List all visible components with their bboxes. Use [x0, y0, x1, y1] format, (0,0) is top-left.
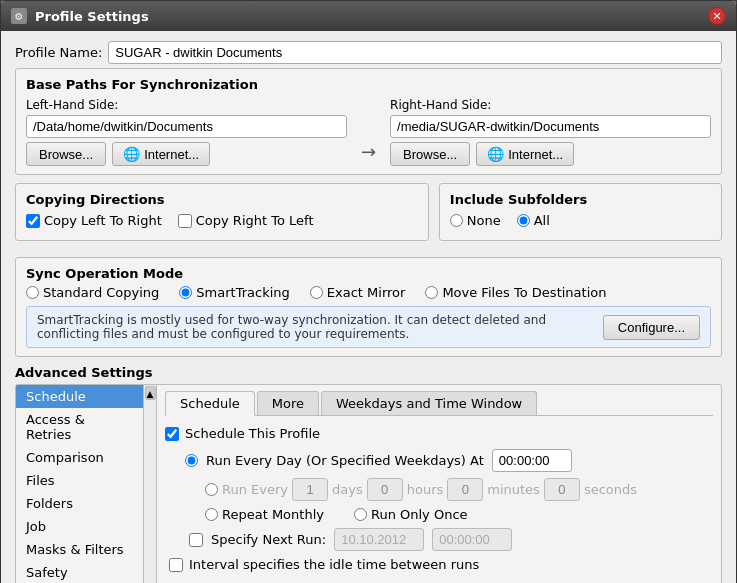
copy-dir-title: Copying Directions — [26, 192, 418, 207]
tab-more[interactable]: More — [257, 391, 319, 415]
specify-next-run-label: Specify Next Run: — [211, 532, 326, 547]
schedule-tab-content: Schedule This Profile Run Every Day (Or … — [165, 422, 713, 576]
main-content: Profile Name: Base Paths For Synchroniza… — [1, 31, 736, 583]
sidebar-panel: Schedule Access & Retries Comparison Fil… — [16, 385, 144, 583]
specify-next-run-row: Specify Next Run: — [169, 528, 713, 551]
run-every-day-time-input[interactable] — [492, 449, 572, 472]
include-none-radio[interactable] — [450, 214, 463, 227]
run-every-minutes-input[interactable] — [447, 478, 483, 501]
mode-smart-radio[interactable] — [179, 286, 192, 299]
copy-directions-row: Copy Left To Right Copy Right To Left — [26, 213, 418, 228]
configure-button[interactable]: Configure... — [603, 315, 700, 340]
close-button[interactable]: ✕ — [708, 7, 726, 25]
base-paths-section: Base Paths For Synchronization Left-Hand… — [15, 68, 722, 175]
run-once-radio[interactable] — [354, 508, 367, 521]
sync-info-box: SmartTracking is mostly used for two-way… — [26, 306, 711, 348]
include-all-radio[interactable] — [517, 214, 530, 227]
profile-name-row: Profile Name: — [15, 41, 722, 64]
repeat-monthly-radio[interactable] — [205, 508, 218, 521]
base-paths-title: Base Paths For Synchronization — [26, 77, 711, 92]
sidebar-item-safety[interactable]: Safety — [16, 561, 143, 583]
run-every-seconds-input[interactable] — [544, 478, 580, 501]
direction-arrow: → — [361, 141, 376, 162]
tab-weekdays[interactable]: Weekdays and Time Window — [321, 391, 537, 415]
mode-smart-label: SmartTracking — [179, 285, 289, 300]
copying-directions-section: Copying Directions Copy Left To Right Co… — [15, 183, 429, 241]
run-every-label: Run Every — [222, 482, 288, 497]
sync-mode-title: Sync Operation Mode — [26, 266, 711, 281]
run-every-radio[interactable] — [205, 483, 218, 496]
interval-row: Interval specifies the idle time between… — [169, 557, 713, 572]
mode-mirror-label: Exact Mirror — [310, 285, 406, 300]
run-every-hours-input[interactable] — [367, 478, 403, 501]
globe-icon-rhs: 🌐 — [487, 146, 504, 162]
sidebar-scrollbar[interactable]: ▲ ▼ — [144, 385, 157, 583]
next-run-time-input[interactable] — [432, 528, 512, 551]
paths-columns: Left-Hand Side: Browse... 🌐 Internet... … — [26, 98, 711, 166]
sidebar-item-access-retries[interactable]: Access & Retries — [16, 408, 143, 446]
schedule-content-panel: Schedule More Weekdays and Time Window S… — [157, 385, 721, 583]
minutes-label: minutes — [487, 482, 540, 497]
tab-bar: Schedule More Weekdays and Time Window — [165, 391, 713, 416]
mode-mirror-radio[interactable] — [310, 286, 323, 299]
hours-label: hours — [407, 482, 444, 497]
schedule-this-profile-checkbox[interactable] — [165, 427, 179, 441]
sidebar-item-job[interactable]: Job — [16, 515, 143, 538]
window-icon: ⚙ — [11, 8, 27, 24]
tab-schedule[interactable]: Schedule — [165, 391, 255, 416]
copy-ltr-label: Copy Left To Right — [26, 213, 162, 228]
copy-rtl-label: Copy Right To Left — [178, 213, 314, 228]
rhs-internet-button[interactable]: 🌐 Internet... — [476, 142, 574, 166]
schedule-this-profile-label: Schedule This Profile — [185, 426, 320, 441]
sidebar-item-files[interactable]: Files — [16, 469, 143, 492]
rhs-browse-button[interactable]: Browse... — [390, 142, 470, 166]
mode-move-label: Move Files To Destination — [425, 285, 606, 300]
lhs-internet-button[interactable]: 🌐 Internet... — [112, 142, 210, 166]
next-run-date-input[interactable] — [334, 528, 424, 551]
mode-move-radio[interactable] — [425, 286, 438, 299]
profile-settings-window: ⚙ Profile Settings ✕ Profile Name: Base … — [0, 0, 737, 583]
lhs-label: Left-Hand Side: — [26, 98, 347, 112]
sidebar-item-schedule[interactable]: Schedule — [16, 385, 143, 408]
rhs-col: Right-Hand Side: Browse... 🌐 Internet... — [390, 98, 711, 166]
days-label: days — [332, 482, 363, 497]
advanced-panel: Schedule Access & Retries Comparison Fil… — [15, 384, 722, 583]
rhs-label: Right-Hand Side: — [390, 98, 711, 112]
seconds-label: seconds — [584, 482, 637, 497]
interval-label: Interval specifies the idle time between… — [189, 557, 479, 572]
profile-name-input[interactable] — [108, 41, 722, 64]
sync-mode-section: Sync Operation Mode Standard Copying Sma… — [15, 257, 722, 357]
specify-next-run-checkbox[interactable] — [189, 533, 203, 547]
lhs-col: Left-Hand Side: Browse... 🌐 Internet... — [26, 98, 347, 166]
repeat-monthly-label: Repeat Monthly — [205, 507, 324, 522]
copy-rtl-checkbox[interactable] — [178, 214, 192, 228]
advanced-settings-wrapper: Advanced Settings Schedule Access & Retr… — [15, 365, 722, 583]
scroll-up-button[interactable]: ▲ — [145, 386, 156, 400]
lhs-path-input[interactable] — [26, 115, 347, 138]
copy-ltr-checkbox[interactable] — [26, 214, 40, 228]
mode-standard-radio[interactable] — [26, 286, 39, 299]
sidebar-item-folders[interactable]: Folders — [16, 492, 143, 515]
advanced-settings-title: Advanced Settings — [15, 365, 722, 380]
mode-standard-label: Standard Copying — [26, 285, 159, 300]
run-once-label: Run Only Once — [354, 507, 468, 522]
include-all-label: All — [517, 213, 550, 228]
sync-mode-radios: Standard Copying SmartTracking Exact Mir… — [26, 285, 711, 300]
schedule-this-profile-row: Schedule This Profile — [165, 426, 713, 441]
sidebar-item-masks-filters[interactable]: Masks & Filters — [16, 538, 143, 561]
titlebar-left: ⚙ Profile Settings — [11, 8, 149, 24]
sidebar-item-comparison[interactable]: Comparison — [16, 446, 143, 469]
rhs-path-input[interactable] — [390, 115, 711, 138]
run-every-days-input[interactable] — [292, 478, 328, 501]
sidebar-items-list: Schedule Access & Retries Comparison Fil… — [16, 385, 143, 583]
globe-icon-lhs: 🌐 — [123, 146, 140, 162]
interval-checkbox[interactable] — [169, 558, 183, 572]
profile-name-label: Profile Name: — [15, 45, 102, 60]
window-title: Profile Settings — [35, 9, 149, 24]
lhs-browse-button[interactable]: Browse... — [26, 142, 106, 166]
include-subfolders-section: Include Subfolders None All — [439, 183, 722, 241]
run-every-day-radio[interactable] — [185, 454, 198, 467]
sync-info-text: SmartTracking is mostly used for two-way… — [37, 313, 593, 341]
monthly-once-row: Repeat Monthly Run Only Once — [185, 507, 713, 522]
run-every-day-label: Run Every Day (Or Specified Weekdays) At — [206, 453, 484, 468]
